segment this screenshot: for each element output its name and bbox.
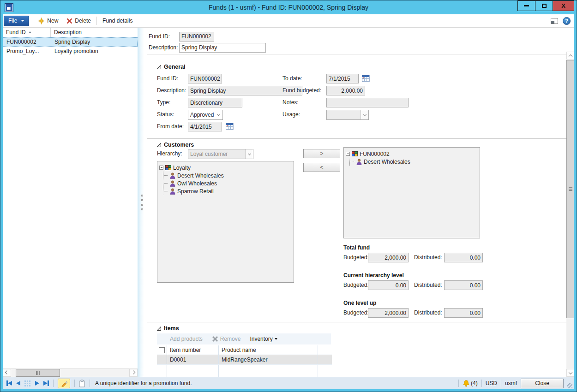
general-section-header[interactable]: General <box>157 64 566 70</box>
record-row-promo-loy[interactable]: Promo_Loy... Loyalty promotion <box>3 47 138 56</box>
vscroll-thumb[interactable] <box>566 60 574 318</box>
minimize-icon <box>524 5 529 6</box>
hierarchy-label: Hierarchy: <box>157 149 182 159</box>
tree-node-customer[interactable]: Sparrow Retail <box>164 187 292 195</box>
help-icon[interactable]: ? <box>563 17 571 25</box>
currency-indicator[interactable]: USD <box>486 380 497 386</box>
new-button[interactable]: New <box>34 16 62 26</box>
fund-details-button[interactable]: Fund details <box>98 16 137 26</box>
record-row-fun000002[interactable]: FUN000002 Spring Display <box>3 37 138 47</box>
detail-panel: Fund ID: Description: General <box>147 28 574 377</box>
tree-node-label: Sparrow Retail <box>177 188 214 195</box>
fund-customer-tree[interactable]: FUN000002 Desert Wholesales <box>343 147 480 238</box>
edit-mode-toggle[interactable] <box>58 379 70 388</box>
move-left-button[interactable]: < <box>303 163 340 172</box>
fund-budgeted-field[interactable] <box>326 86 365 95</box>
last-record-button[interactable] <box>43 380 49 386</box>
tree-node-loyalty[interactable]: Loyalty <box>159 164 292 172</box>
usage-dropdown[interactable] <box>326 110 369 120</box>
panel-splitter[interactable] <box>138 28 147 377</box>
total-fund-budgeted-field[interactable] <box>368 253 409 262</box>
description-field[interactable] <box>179 43 266 53</box>
one-level-up-distributed-field[interactable] <box>444 308 483 318</box>
column-header-description[interactable]: Description <box>51 29 138 36</box>
column-header-fund-id[interactable]: Fund ID <box>3 28 51 37</box>
move-right-button[interactable]: > <box>303 149 340 158</box>
fund-id-field[interactable] <box>179 32 214 42</box>
select-all-checkbox[interactable] <box>159 347 165 353</box>
grip-icon <box>569 187 572 188</box>
grid-view-icon[interactable] <box>24 380 26 382</box>
row-select-cell[interactable] <box>157 355 167 364</box>
scroll-down-button[interactable] <box>566 369 574 377</box>
to-date-label: To date: <box>282 74 302 83</box>
status-dropdown[interactable]: Approved <box>188 110 223 120</box>
first-record-button[interactable] <box>6 380 12 386</box>
general-fund-id-label: Fund ID: <box>157 74 178 83</box>
add-products-button[interactable]: Add products <box>170 336 203 342</box>
general-fund-id-field[interactable] <box>188 74 222 83</box>
from-date-field[interactable] <box>188 122 222 131</box>
minimize-button[interactable] <box>517 0 535 11</box>
scroll-right-button[interactable] <box>129 369 138 377</box>
product-name-column-header[interactable]: Product name <box>219 345 318 355</box>
statusbar-separator <box>481 380 482 387</box>
calendar-icon[interactable] <box>226 123 234 130</box>
record-list-hscrollbar[interactable] <box>3 368 138 377</box>
resize-grip[interactable] <box>567 383 572 388</box>
tree-node-fund[interactable]: FUN000002 <box>346 150 478 158</box>
delete-button[interactable]: Delete <box>62 16 95 26</box>
close-window-button[interactable]: X <box>553 0 574 11</box>
one-level-up-budgeted-field[interactable] <box>368 308 409 318</box>
customer-source-tree[interactable]: Loyalty Desert Wholesales <box>157 161 294 283</box>
inventory-menu-button[interactable]: Inventory <box>250 336 277 342</box>
file-menu-button[interactable]: File <box>4 16 29 26</box>
items-section-header[interactable]: Items <box>157 325 566 332</box>
move-left-label: < <box>320 164 323 171</box>
layout-switch-icon[interactable] <box>551 18 558 24</box>
vscroll-track[interactable] <box>566 59 574 369</box>
close-button[interactable]: Close <box>521 379 564 388</box>
status-message: A unique identifier for a promotion fund… <box>95 380 192 386</box>
fund-id-label: Fund ID: <box>149 33 179 40</box>
notes-field[interactable] <box>326 98 409 107</box>
distributed-label: Distributed: <box>414 280 442 290</box>
company-indicator[interactable]: usmf <box>505 380 517 386</box>
notification-count: (4) <box>471 380 478 386</box>
collapse-icon[interactable] <box>159 166 163 170</box>
to-date-field[interactable] <box>326 74 359 83</box>
notifications-button[interactable]: (4) <box>463 380 478 387</box>
detail-vscrollbar[interactable] <box>566 52 574 377</box>
next-record-button[interactable] <box>35 381 39 386</box>
total-fund-distributed-field[interactable] <box>444 253 483 262</box>
current-level-distributed-field[interactable] <box>444 280 483 290</box>
type-field[interactable] <box>188 98 242 107</box>
select-all-cell[interactable] <box>157 345 167 355</box>
tree-node-customer[interactable]: Desert Wholesales <box>164 172 292 179</box>
scroll-up-button[interactable] <box>566 52 574 59</box>
items-grid-row[interactable]: D0001 MidRangeSpeaker <box>157 355 332 365</box>
hscroll-thumb[interactable] <box>16 369 60 377</box>
hierarchy-dropdown[interactable]: Loyal customer <box>188 149 253 159</box>
collapse-icon[interactable] <box>346 152 350 156</box>
maximize-button[interactable] <box>535 0 553 11</box>
hscroll-track[interactable] <box>11 369 129 377</box>
splitter-dot <box>141 199 143 201</box>
empty-cell <box>167 365 219 377</box>
chevron-right-icon <box>132 370 135 374</box>
tree-node-customer[interactable]: Owl Wholesales <box>164 179 292 187</box>
statusbar-right: (4) USD usmf Close <box>458 379 572 388</box>
from-date-label: From date: <box>157 122 184 131</box>
calendar-icon[interactable] <box>362 75 370 82</box>
fund-details-label: Fund details <box>102 18 132 24</box>
clipboard-icon[interactable] <box>79 380 85 387</box>
current-level-budgeted-field[interactable] <box>368 280 409 290</box>
item-number-column-header[interactable]: Item number <box>167 345 219 355</box>
total-fund-title: Total fund <box>343 244 370 251</box>
previous-record-button[interactable] <box>16 381 20 386</box>
remove-button[interactable]: Remove <box>212 336 241 342</box>
scroll-left-button[interactable] <box>3 369 11 377</box>
gray-x-icon <box>212 336 218 342</box>
close-icon: X <box>561 2 565 9</box>
tree-node-customer[interactable]: Desert Wholesales <box>351 158 478 166</box>
